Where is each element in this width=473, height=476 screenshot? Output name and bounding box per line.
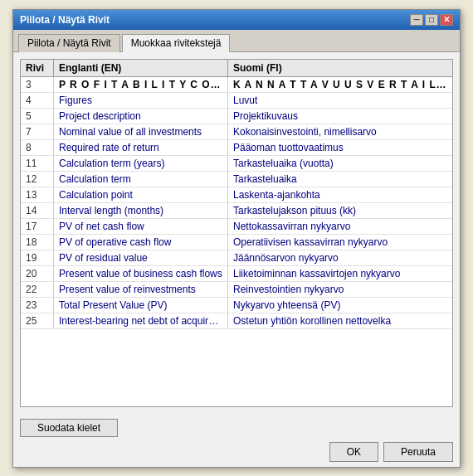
cell-english: PV of net cash flow (54, 219, 228, 234)
tab-bar: Piilota / Näytä Rivit Muokkaa rivitekste… (13, 30, 460, 52)
table-row[interactable]: 23Total Present Value (PV)Nykyarvo yhtee… (21, 298, 452, 313)
ok-button[interactable]: OK (329, 442, 378, 462)
table-row[interactable]: 8Required rate of returnPääoman tuottova… (21, 140, 452, 156)
filter-languages-button[interactable]: Suodata kielet (20, 419, 118, 437)
cell-rivi: 4 (21, 93, 54, 108)
cell-finnish: Pääoman tuottovaatimus (228, 140, 452, 155)
cell-english: Nominal value of all investments (54, 124, 228, 139)
cell-finnish: Luvut (228, 93, 452, 108)
table-row[interactable]: 22Present value of reinvestmentsReinvest… (21, 282, 452, 298)
table-row[interactable]: 3P R O F I T A B I L I T Y C O M P A R I… (21, 77, 452, 93)
cell-finnish: Liiketoiminnan kassavirtojen nykyarvo (228, 266, 452, 281)
cell-finnish: Kokonaisinvestointi, nimellisarvo (228, 124, 452, 139)
table-row[interactable]: 12Calculation termTarkasteluaika (21, 172, 452, 187)
bottom-area: Suodata kielet OK Peruuta (13, 414, 460, 467)
cell-rivi: 7 (21, 124, 54, 139)
title-controls: ─ □ ✕ (410, 14, 453, 26)
cell-english: Calculation term (54, 172, 228, 187)
table-row[interactable]: 25Interest-bearing net debt of acquired … (21, 313, 452, 329)
header-en: Englanti (EN) (54, 60, 228, 76)
cell-english: Figures (54, 93, 228, 108)
cell-rivi: 23 (21, 298, 54, 313)
cell-english: Calculation term (years) (54, 156, 228, 171)
cell-rivi: 25 (21, 313, 54, 328)
tab-edit-text[interactable]: Muokkaa rivitekstejä (122, 34, 231, 52)
cell-finnish: Nykyarvo yhteensä (PV) (228, 298, 452, 313)
table-header: Rivi Englanti (EN) Suomi (FI) (21, 60, 452, 77)
cell-rivi: 18 (21, 235, 54, 250)
cell-rivi: 17 (21, 219, 54, 234)
cell-english: Total Present Value (PV) (54, 298, 228, 313)
cell-rivi: 13 (21, 187, 54, 202)
cell-finnish: Tarkastelujakson pituus (kk) (228, 203, 452, 218)
table-row[interactable]: 4FiguresLuvut (21, 93, 452, 109)
cell-rivi: 3 (21, 77, 54, 92)
cell-english: Interval length (months) (54, 203, 228, 218)
header-rivi: Rivi (21, 60, 54, 76)
cell-rivi: 5 (21, 109, 54, 124)
table-row[interactable]: 7Nominal value of all investmentsKokonai… (21, 124, 452, 140)
cell-rivi: 22 (21, 282, 54, 297)
cell-english: PV of residual value (54, 250, 228, 265)
cell-finnish: Nettokassavirran nykyarvo (228, 219, 452, 234)
cell-english: Present value of business cash flows (54, 266, 228, 281)
cell-finnish: Jäännösarvon nykyarvo (228, 250, 452, 265)
cell-finnish: Tarkasteluaika (228, 172, 452, 187)
cell-rivi: 19 (21, 250, 54, 265)
table-row[interactable]: 11Calculation term (years)Tarkasteluaika… (21, 156, 452, 172)
window-title: Piilota / Näytä Rivit (20, 14, 110, 26)
cell-english: Interest-bearing net debt of acquired co… (54, 313, 228, 328)
cell-rivi: 14 (21, 203, 54, 218)
main-window: Piilota / Näytä Rivit ─ □ ✕ Piilota / Nä… (12, 9, 461, 468)
table-body[interactable]: 3P R O F I T A B I L I T Y C O M P A R I… (21, 77, 452, 406)
minimize-button[interactable]: ─ (410, 14, 423, 26)
close-button[interactable]: ✕ (440, 14, 453, 26)
table-row[interactable]: 19PV of residual valueJäännösarvon nykya… (21, 250, 452, 266)
cell-finnish: Tarkasteluaika (vuotta) (228, 156, 452, 171)
table-row[interactable]: 20Present value of business cash flowsLi… (21, 266, 452, 282)
cell-finnish: Operatiivisen kassavirran nykyarvo (228, 235, 452, 250)
cell-finnish: Ostetun yhtiön korollinen nettovelka (228, 313, 452, 328)
cell-rivi: 11 (21, 156, 54, 171)
tab-content: Rivi Englanti (EN) Suomi (FI) 3P R O F I… (13, 52, 460, 414)
table-row[interactable]: 13Calculation pointLaskenta-ajankohta (21, 187, 452, 203)
tab-hide-show[interactable]: Piilota / Näytä Rivit (18, 34, 120, 52)
data-table: Rivi Englanti (EN) Suomi (FI) 3P R O F I… (20, 59, 453, 407)
table-row[interactable]: 17PV of net cash flowNettokassavirran ny… (21, 219, 452, 235)
title-bar: Piilota / Näytä Rivit ─ □ ✕ (13, 10, 460, 30)
cell-english: Calculation point (54, 187, 228, 202)
cancel-button[interactable]: Peruuta (383, 442, 453, 462)
header-fi: Suomi (FI) (228, 60, 452, 76)
cell-english: Present value of reinvestments (54, 282, 228, 297)
cell-english: P R O F I T A B I L I T Y C O M P A R I … (54, 77, 228, 92)
cell-finnish: Laskenta-ajankohta (228, 187, 452, 202)
table-row[interactable]: 14Interval length (months)Tarkastelujaks… (21, 203, 452, 219)
dialog-buttons: OK Peruuta (20, 442, 453, 462)
table-row[interactable]: 18PV of operative cash flowOperatiivisen… (21, 235, 452, 250)
cell-english: Project description (54, 109, 228, 124)
cell-rivi: 8 (21, 140, 54, 155)
table-row[interactable]: 5Project descriptionProjektikuvaus (21, 109, 452, 124)
cell-rivi: 20 (21, 266, 54, 281)
cell-finnish: Reinvestointien nykyarvo (228, 282, 452, 297)
cell-finnish: Projektikuvaus (228, 109, 452, 124)
cell-english: Required rate of return (54, 140, 228, 155)
cell-english: PV of operative cash flow (54, 235, 228, 250)
maximize-button[interactable]: □ (425, 14, 438, 26)
cell-finnish: K A N N A T T A V U U S V E R T A I L U (228, 77, 452, 92)
cell-rivi: 12 (21, 172, 54, 187)
